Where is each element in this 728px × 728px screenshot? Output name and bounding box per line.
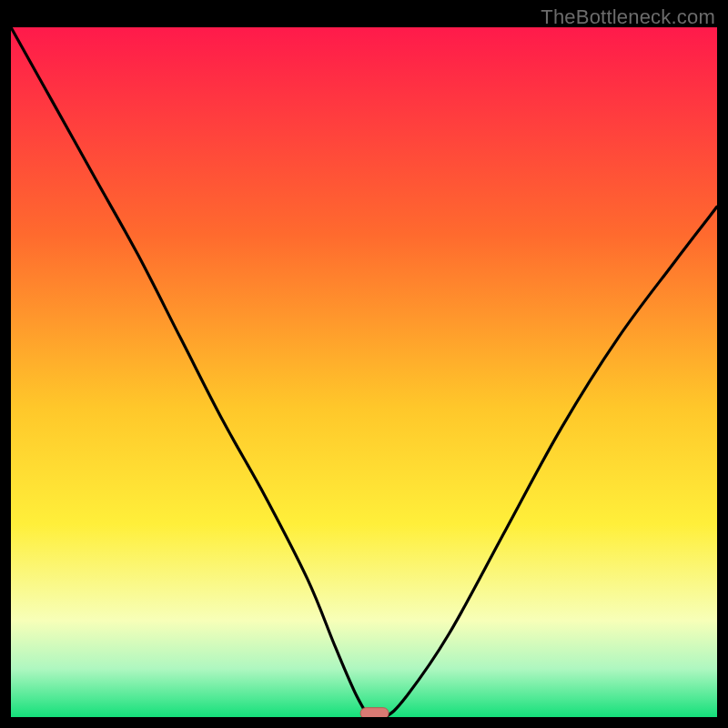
chart-frame [11,27,717,717]
watermark-text: TheBottleneck.com [541,5,715,29]
bottleneck-chart [11,27,717,717]
minimum-marker [360,708,389,717]
gradient-background [11,27,717,717]
